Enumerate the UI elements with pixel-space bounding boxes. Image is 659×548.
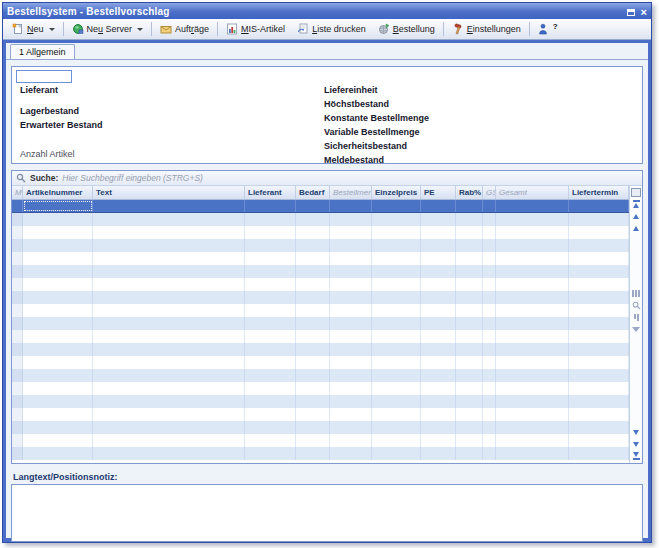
cell-artikelnummer[interactable]	[23, 395, 93, 408]
cell-pe[interactable]	[421, 395, 456, 408]
cell-artikelnummer[interactable]	[23, 356, 93, 369]
cell-liefertermin[interactable]	[569, 291, 629, 304]
cell-lieferant[interactable]	[245, 239, 296, 252]
cell-bestellmenge[interactable]	[330, 369, 372, 382]
cell-rab-[interactable]	[456, 252, 483, 265]
cell-gesamt[interactable]	[496, 226, 569, 239]
cell-bestellmenge[interactable]	[330, 226, 372, 239]
column-header-artikelnummer[interactable]: Artikelnummer	[23, 186, 93, 199]
cell-rab-[interactable]	[456, 278, 483, 291]
cell-einzelpreis[interactable]	[372, 291, 421, 304]
scroll-top-button[interactable]	[631, 199, 642, 209]
cell-einzelpreis[interactable]	[372, 382, 421, 395]
cell-text[interactable]	[93, 304, 245, 317]
cell-gesamt[interactable]	[496, 200, 569, 212]
cell-rab-[interactable]	[456, 213, 483, 226]
cell-einzelpreis[interactable]	[372, 200, 421, 212]
table-row[interactable]	[12, 343, 629, 356]
cell-bedarf[interactable]	[296, 239, 330, 252]
table-row[interactable]	[12, 356, 629, 369]
cell-pe[interactable]	[421, 343, 456, 356]
cell-gesamt[interactable]	[496, 265, 569, 278]
cell-liefertermin[interactable]	[569, 265, 629, 278]
cell-m[interactable]	[12, 200, 23, 212]
cell-gesamt[interactable]	[496, 239, 569, 252]
table-row[interactable]	[12, 330, 629, 343]
table-row[interactable]	[12, 421, 629, 434]
search-bar[interactable]: Suche: Hier Suchbegriff eingeben (STRG+S…	[12, 171, 642, 186]
table-row[interactable]	[12, 239, 629, 252]
cell-bestellmenge[interactable]	[330, 304, 372, 317]
cell-gs[interactable]	[483, 278, 496, 291]
cell-m[interactable]	[12, 382, 23, 395]
cell-text[interactable]	[93, 291, 245, 304]
langtext-textarea[interactable]	[11, 484, 643, 542]
table-row[interactable]	[12, 252, 629, 265]
cell-bedarf[interactable]	[296, 265, 330, 278]
cell-m[interactable]	[12, 278, 23, 291]
cell-bestellmenge[interactable]	[330, 408, 372, 421]
cell-bestellmenge[interactable]	[330, 278, 372, 291]
cell-pe[interactable]	[421, 317, 456, 330]
cell-rab-[interactable]	[456, 226, 483, 239]
cell-artikelnummer[interactable]	[23, 200, 93, 212]
cell-text[interactable]	[93, 447, 245, 460]
cell-m[interactable]	[12, 330, 23, 343]
cell-pe[interactable]	[421, 265, 456, 278]
cell-gesamt[interactable]	[496, 291, 569, 304]
cell-bestellmenge[interactable]	[330, 382, 372, 395]
cell-bedarf[interactable]	[296, 200, 330, 212]
cell-rab-[interactable]	[456, 395, 483, 408]
cell-einzelpreis[interactable]	[372, 213, 421, 226]
cell-lieferant[interactable]	[245, 434, 296, 447]
cell-rab-[interactable]	[456, 382, 483, 395]
cell-text[interactable]	[93, 395, 245, 408]
cell-lieferant[interactable]	[245, 421, 296, 434]
cell-artikelnummer[interactable]	[23, 408, 93, 421]
cell-bestellmenge[interactable]	[330, 213, 372, 226]
cell-einzelpreis[interactable]	[372, 447, 421, 460]
cell-einzelpreis[interactable]	[372, 395, 421, 408]
cell-artikelnummer[interactable]	[23, 330, 93, 343]
cell-rab-[interactable]	[456, 239, 483, 252]
cell-gesamt[interactable]	[496, 356, 569, 369]
toolbar-button-neu[interactable]: Neu	[6, 20, 61, 38]
cell-gesamt[interactable]	[496, 395, 569, 408]
cell-rab-[interactable]	[456, 447, 483, 460]
scroll-down-button[interactable]	[631, 427, 642, 437]
toolbar-button-einstellungen[interactable]: Einstellungen	[446, 20, 527, 38]
cell-lieferant[interactable]	[245, 369, 296, 382]
cell-bestellmenge[interactable]	[330, 317, 372, 330]
cell-text[interactable]	[93, 265, 245, 278]
cell-liefertermin[interactable]	[569, 226, 629, 239]
cell-lieferant[interactable]	[245, 447, 296, 460]
cell-rab-[interactable]	[456, 317, 483, 330]
cell-gesamt[interactable]	[496, 421, 569, 434]
cell-bedarf[interactable]	[296, 226, 330, 239]
cell-lieferant[interactable]	[245, 200, 296, 212]
cell-lieferant[interactable]	[245, 317, 296, 330]
table-row[interactable]	[12, 278, 629, 291]
cell-gs[interactable]	[483, 382, 496, 395]
cell-artikelnummer[interactable]	[23, 382, 93, 395]
scroll-bottom-button[interactable]	[631, 451, 642, 461]
cell-m[interactable]	[12, 226, 23, 239]
cell-gs[interactable]	[483, 343, 496, 356]
cell-rab-[interactable]	[456, 200, 483, 212]
cell-bedarf[interactable]	[296, 213, 330, 226]
cell-pe[interactable]	[421, 408, 456, 421]
column-header-text[interactable]: Text	[93, 186, 245, 199]
cell-einzelpreis[interactable]	[372, 265, 421, 278]
cell-bestellmenge[interactable]	[330, 239, 372, 252]
cell-text[interactable]	[93, 408, 245, 421]
table-row[interactable]	[12, 447, 629, 460]
cell-artikelnummer[interactable]	[23, 291, 93, 304]
cell-bedarf[interactable]	[296, 252, 330, 265]
cell-bestellmenge[interactable]	[330, 395, 372, 408]
row-search-button[interactable]	[631, 300, 642, 310]
cell-rab-[interactable]	[456, 330, 483, 343]
cell-bedarf[interactable]	[296, 278, 330, 291]
cell-text[interactable]	[93, 278, 245, 291]
column-header-bedarf[interactable]: Bedarf	[296, 186, 330, 199]
cell-liefertermin[interactable]	[569, 382, 629, 395]
